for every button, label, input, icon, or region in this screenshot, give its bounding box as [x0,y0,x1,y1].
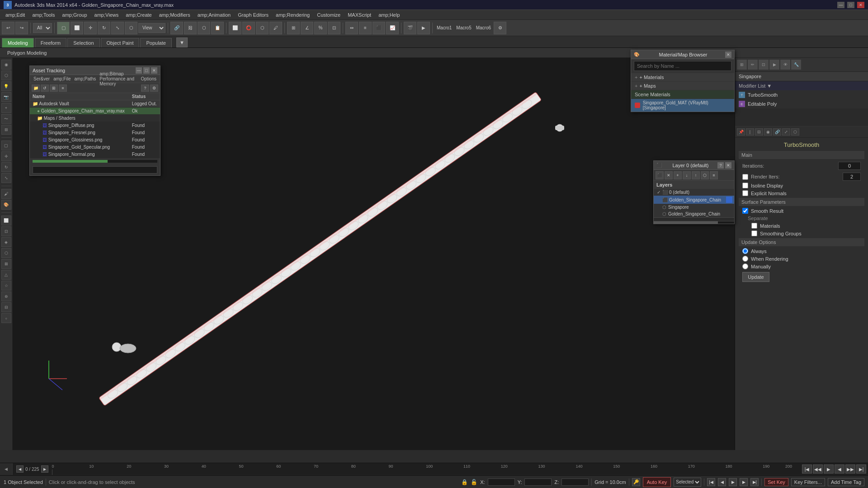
move-tool[interactable]: ✛ [84,22,97,34]
minimize-button[interactable]: — [837,2,844,8]
bind-to-space[interactable]: ⬡ [198,22,210,34]
spinner-snap[interactable]: ⊡ [328,22,340,34]
at-menu-file[interactable]: amp;File [52,76,72,81]
rp-motion-btn[interactable]: ▶ [769,60,779,70]
rp-tool7[interactable]: ⬡ [791,128,799,136]
mb-scene-materials-section[interactable]: Scene Materials [631,90,734,99]
at-menu-bitmap[interactable]: amp;Bitmap Performance and Memory [98,71,139,86]
close-button[interactable]: ✕ [857,2,864,8]
key-lock-btn[interactable]: 🔑 [632,478,640,486]
layer-manager[interactable]: ⬛ [373,22,385,34]
at-row-maps[interactable]: 📁 Maps / Shaders [30,115,160,122]
smoothing-groups-checkbox[interactable] [751,230,757,236]
status-prev[interactable]: ◀ [718,478,726,486]
scale-obj[interactable]: ⤡ [1,173,11,183]
layer-btn7[interactable]: ≡ [710,171,718,179]
status-prev-key[interactable]: |◀ [707,478,715,486]
update-options-header[interactable]: Update Options [739,238,864,246]
percent-snap[interactable]: % [314,22,327,34]
next-frame-btn[interactable]: ▶| [856,465,866,474]
tab-dropdown[interactable]: ▼ [176,38,188,47]
at-btn1[interactable]: 📁 [32,84,40,92]
select-by-name[interactable]: 📋 [211,22,224,34]
always-radio[interactable] [742,248,748,254]
selection-filter-dropdown[interactable]: All [33,23,52,33]
tab-modeling[interactable]: Modeling [2,38,34,47]
at-row-glossiness[interactable]: 🖼 Singapore_Glossiness.png Found [30,136,160,144]
status-play[interactable]: ▶ [729,478,737,486]
rp-pin-btn[interactable]: 📌 [737,128,745,136]
explicit-normals-checkbox[interactable] [742,190,748,196]
iterations-input[interactable] [838,162,861,170]
tab-populate[interactable]: Populate [140,38,171,47]
materials-checkbox[interactable] [751,223,757,229]
menu-tools[interactable]: amp;Tools [28,11,58,19]
paint-selection[interactable]: 🎨 [1,200,11,210]
mirror-tool[interactable]: ⇔ [345,22,358,34]
rp-create-btn[interactable]: ⊞ [737,60,747,70]
at-row-vault[interactable]: 📁 Autodesk Vault Logged Out. [30,100,160,108]
material-browser-search[interactable] [634,61,731,71]
layer-row-golden-chain-2[interactable]: ⬡ Golden_Singapore_Chain [654,211,734,217]
layer-btn4[interactable]: ↓ [683,171,691,179]
macro2-btn[interactable]: Macro5 [454,25,473,30]
layer-row-singapore[interactable]: ⬡ Singapore [654,204,734,211]
x-input[interactable] [488,479,515,486]
layer-row-default[interactable]: ✓ ⬛ 0 (default) [654,189,734,196]
redo-button[interactable]: ↪ [15,22,28,34]
rp-tool6[interactable]: ⤢ [782,128,790,136]
layer-manager-header[interactable]: ⬛ Layer 0 (default) ? ✕ [654,161,734,170]
rp-display-btn[interactable]: 👁 [780,60,790,70]
when-rendering-radio[interactable] [742,256,748,262]
rect-select[interactable]: ⬜ [229,22,241,34]
menu-group[interactable]: amp;Group [59,11,91,19]
align-tool[interactable]: ≡ [359,22,372,34]
rp-hierarchy-btn[interactable]: ⊡ [759,60,769,70]
tab-freeform[interactable]: Freeform [35,38,67,47]
paint-deform[interactable]: 🖌 [1,189,11,199]
menu-animation[interactable]: amp;Animation [194,11,234,19]
layer-row-golden-chain[interactable]: ⬛ Golden_Singapore_Chain [654,196,734,204]
at-btn3[interactable]: ⊞ [50,84,58,92]
layer-btn5[interactable]: ↑ [692,171,700,179]
macro3-btn[interactable]: Macro6 [474,25,493,30]
view-dropdown[interactable]: View [138,23,165,33]
menu-maxscript[interactable]: MAXScript [344,11,375,19]
layer-btn1[interactable]: ⬛ [656,171,664,179]
menu-help[interactable]: amp;Help [375,11,403,19]
status-next-key[interactable]: ▶| [750,478,759,486]
rp-tool2[interactable]: | [746,128,754,136]
tool13[interactable]: ⊠ [1,259,11,269]
at-btn2[interactable]: ↺ [41,84,49,92]
select-tool[interactable]: ▢ [57,22,70,34]
asset-tracking-maximize[interactable]: □ [143,67,150,74]
add-time-tag-btn[interactable]: Add Time Tag [828,478,864,486]
create-lights[interactable]: 💡 [1,81,11,91]
at-menu-server[interactable]: Ser&ver [32,76,52,81]
mb-materials-section[interactable]: + + Materials [631,73,734,81]
timeline-track[interactable]: 0 10 20 30 40 50 60 70 80 90 100 110 120… [52,463,800,475]
snap-toggle[interactable]: ⊞ [287,22,300,34]
macro1-btn[interactable]: Macro1 [435,25,453,30]
play-reverse-btn[interactable]: ◀ [835,465,844,474]
surface-params-header[interactable]: Surface Parameters [739,198,864,206]
modifier-turbsmooth[interactable]: T TurboSmooth [735,90,868,99]
frame-next-btn[interactable]: ▶ [41,465,48,473]
play-btn[interactable]: ▶ [824,465,834,474]
at-row-diffuse[interactable]: 🖼 Singapore_Diffuse.png Found [30,122,160,129]
menu-edit[interactable]: amp;Edit [2,11,28,19]
undo-button[interactable]: ↩ [2,22,14,34]
rp-utils-btn[interactable]: 🔧 [791,60,801,70]
smooth-result-checkbox[interactable] [742,208,748,214]
menu-views[interactable]: amp;Views [91,11,123,19]
y-input[interactable] [524,479,552,486]
place-highlight[interactable]: ⬡ [125,22,137,34]
menu-modifiers[interactable]: amp;Modifiers [156,11,194,19]
tool12[interactable]: ⬡ [1,248,11,258]
modifier-list-dropdown[interactable]: Modifier List ▼ [735,81,868,90]
timeline-expand-btn[interactable]: ◀ [0,463,13,475]
mb-maps-section[interactable]: + + Maps [631,82,734,90]
tool9[interactable]: ⬜ [1,216,11,225]
create-spacewarps[interactable]: 〜 [1,114,11,124]
maximize-button[interactable]: □ [847,2,854,8]
